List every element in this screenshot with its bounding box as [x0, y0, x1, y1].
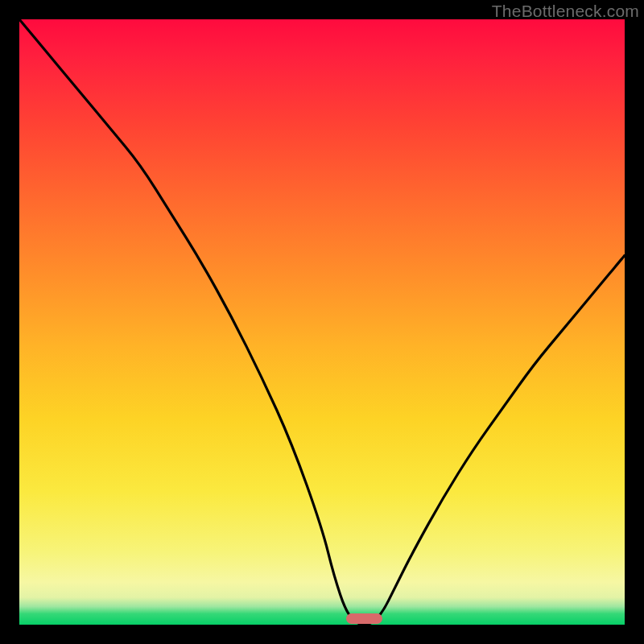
gradient-plot-area	[19, 19, 625, 625]
chart-frame: TheBottleneck.com	[0, 0, 644, 644]
bottleneck-curve	[19, 19, 625, 625]
watermark-text: TheBottleneck.com	[492, 2, 639, 21]
optimal-range-marker	[346, 613, 382, 624]
